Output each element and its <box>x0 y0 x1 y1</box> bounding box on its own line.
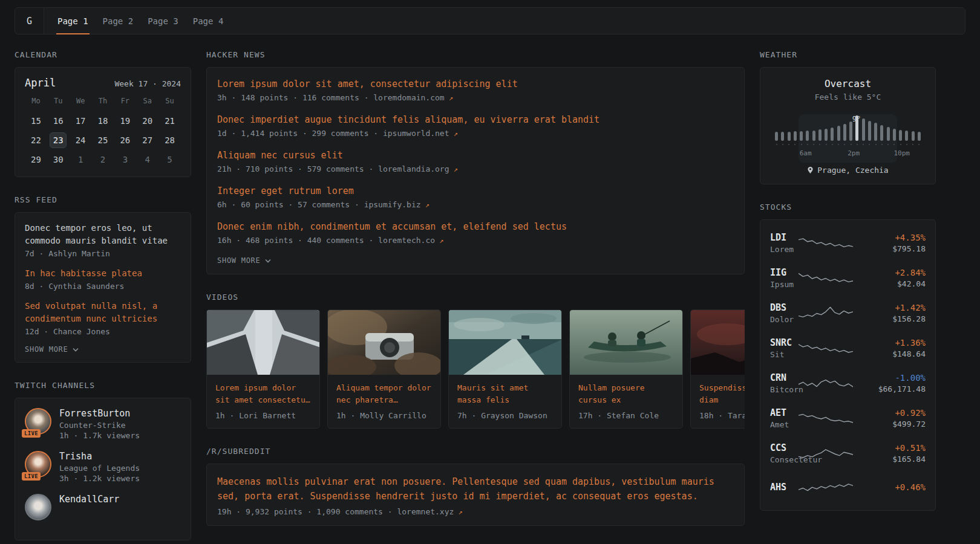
channel-name[interactable]: Trisha <box>59 451 140 462</box>
stock-values: +0.51%$165.84 <box>860 443 926 464</box>
news-item-title[interactable]: Aliquam nec cursus elit <box>217 149 734 162</box>
hour-dot <box>874 144 877 145</box>
video-card[interactable]: Suspendisse diam18h · Tara <box>690 309 745 429</box>
news-item-domain-link[interactable]: ipsumify.biz <box>364 200 421 209</box>
video-card-body: Suspendisse diam18h · Tara <box>691 375 745 428</box>
twitch-channel[interactable]: KendallCarr <box>25 494 181 520</box>
channel-name[interactable]: KendallCarr <box>59 494 119 505</box>
subreddit-post-meta: 19h · 9,932 points · 1,090 comments · lo… <box>217 507 734 516</box>
channel-name[interactable]: ForrestBurton <box>59 408 140 419</box>
calendar-days-grid: 1516171819202122232425262728293012345 <box>25 111 181 169</box>
subreddit-post-domain-link[interactable]: loremnet.xyz <box>397 507 454 516</box>
day-number: 5 <box>162 152 178 167</box>
stock-change: +1.36% <box>860 338 926 348</box>
rss-show-more-button[interactable]: SHOW MORE <box>25 345 181 354</box>
peak-temperature-label: 9° <box>852 115 861 123</box>
stock-name: Bitcorn <box>770 385 792 394</box>
news-item-title[interactable]: Lorem ipsum dolor sit amet, consectetur … <box>217 78 734 91</box>
twitch-channel[interactable]: LIVEForrestBurtonCounter-Strike1h · 1.7k… <box>25 408 181 440</box>
channel-info: ForrestBurtonCounter-Strike1h · 1.7k vie… <box>59 408 140 440</box>
tab-page-2[interactable]: Page 2 <box>96 8 141 34</box>
weather-bar <box>849 121 852 141</box>
stock-price: $499.72 <box>860 419 926 429</box>
news-item-meta-text: 1d · 1,414 points · 299 comments · <box>217 129 383 138</box>
stock-name: Lorem <box>770 245 792 254</box>
news-item-meta: 21h · 710 points · 579 comments · loreml… <box>217 164 734 173</box>
live-badge: LIVE <box>22 429 41 438</box>
rss-item-title[interactable]: In hac habitasse platea <box>25 267 181 280</box>
external-link-icon: ↗ <box>454 508 462 516</box>
twitch-channel-list: LIVEForrestBurtonCounter-Strike1h · 1.7k… <box>25 408 181 520</box>
stock-ticker: AET <box>770 407 792 418</box>
stock-row[interactable]: CRNBitcorn-1.00%$66,171.48 <box>770 366 926 401</box>
live-badge: LIVE <box>22 472 41 481</box>
subreddit-post-title[interactable]: Maecenas mollis pulvinar erat non posuer… <box>217 474 734 504</box>
chevron-down-icon <box>265 259 271 263</box>
hour-dot <box>918 144 921 145</box>
hour-dot <box>818 144 822 145</box>
weekday-label: Su <box>158 97 181 105</box>
news-item: Donec imperdiet augue tincidunt felis al… <box>217 114 734 138</box>
stock-row[interactable]: AETAmet+0.92%$499.72 <box>770 401 926 436</box>
stock-row-list: LDILorem+4.35%$795.18IIGIpsum+2.84%$42.0… <box>770 225 926 505</box>
stock-row[interactable]: SNRCSit+1.36%$148.64 <box>770 331 926 366</box>
calendar-day: 16 <box>47 111 70 131</box>
video-title[interactable]: Aliquam tempor dolor nec pharetra… <box>336 382 432 407</box>
news-item-domain-link[interactable]: loremdomain.com <box>373 93 444 102</box>
news-item-title[interactable]: Donec enim nibh, condimentum et accumsan… <box>217 221 734 233</box>
rss-item-meta: 12d · Chance Jones <box>25 327 181 336</box>
day-number: 24 <box>72 132 89 148</box>
news-item-domain-link[interactable]: loremlandia.org <box>378 164 449 173</box>
stock-row[interactable]: AHS+0.46% <box>770 471 926 505</box>
tab-page-1[interactable]: Page 1 <box>50 8 96 34</box>
weather-bar <box>868 121 871 141</box>
weekday-label: We <box>70 97 92 105</box>
weekday-label: Tu <box>47 97 70 105</box>
news-item-title[interactable]: Integer eget rutrum lorem <box>217 185 734 198</box>
calendar-day: 18 <box>92 111 114 131</box>
stock-row[interactable]: IIGIpsum+2.84%$42.04 <box>770 261 926 296</box>
hour-dot <box>806 144 809 145</box>
stock-sparkline <box>799 478 853 498</box>
twitch-channel[interactable]: LIVETrishaLeague of Legends3h · 1.2k vie… <box>25 451 181 483</box>
hour-dot <box>849 144 852 145</box>
hour-dot <box>794 144 797 145</box>
section-title-hackernews: HACKER NEWS <box>206 50 745 59</box>
external-link-icon: ↗ <box>435 236 443 245</box>
rss-item-title[interactable]: Sed volutpat nulla nisl, a condimentum n… <box>25 300 181 325</box>
news-item-domain-link[interactable]: loremtech.co <box>378 236 435 245</box>
rss-item-title[interactable]: Donec tempor eros leo, ut commodo mauris… <box>25 222 181 247</box>
stock-row[interactable]: LDILorem+4.35%$795.18 <box>770 225 926 261</box>
stock-sparkline-wrap <box>799 338 854 358</box>
stock-price: $156.28 <box>860 314 926 323</box>
video-title[interactable]: Nullam posuere cursus ex <box>578 382 674 407</box>
video-card[interactable]: Aliquam tempor dolor nec pharetra…1h · M… <box>327 309 441 429</box>
video-title[interactable]: Lorem ipsum dolor sit amet consectetu… <box>215 382 311 407</box>
video-title[interactable]: Suspendisse diam <box>699 382 745 407</box>
hour-dot <box>868 144 871 145</box>
calendar-day: 21 <box>158 111 181 131</box>
tab-page-3[interactable]: Page 3 <box>140 8 186 34</box>
weather-hourly-chart: 9° 6am2pm10pm <box>775 114 921 158</box>
stock-sparkline-wrap <box>799 443 854 464</box>
hour-dot <box>843 144 846 145</box>
stock-row[interactable]: DBSDolor+1.42%$156.28 <box>770 296 926 331</box>
video-card[interactable]: Lorem ipsum dolor sit amet consectetu…1h… <box>206 309 320 429</box>
weekday-label: Mo <box>25 97 47 105</box>
app-logo[interactable]: G <box>15 8 44 34</box>
channel-avatar: LIVE <box>25 451 51 478</box>
hackernews-widget: Lorem ipsum dolor sit amet, consectetur … <box>206 67 745 274</box>
hackernews-show-more-button[interactable]: SHOW MORE <box>217 256 734 265</box>
hour-dot <box>905 144 908 145</box>
tab-page-4[interactable]: Page 4 <box>186 8 231 34</box>
news-item-domain-link[interactable]: ipsumworld.net <box>383 129 449 138</box>
news-item-title[interactable]: Donec imperdiet augue tincidunt felis al… <box>217 114 734 126</box>
video-card[interactable]: Mauris sit amet massa felis7h · Grayson … <box>448 309 562 429</box>
channel-info: TrishaLeague of Legends3h · 1.2k viewers <box>59 451 140 483</box>
stock-name: Consectetur <box>770 455 792 464</box>
video-card[interactable]: Nullam posuere cursus ex17h · Stefan Col… <box>569 309 683 429</box>
stock-ticker: LDI <box>770 232 792 243</box>
rss-item: Donec tempor eros leo, ut commodo mauris… <box>25 222 181 258</box>
video-title[interactable]: Mauris sit amet massa felis <box>457 382 553 407</box>
stock-row[interactable]: CCSConsectetur+0.51%$165.84 <box>770 436 926 471</box>
